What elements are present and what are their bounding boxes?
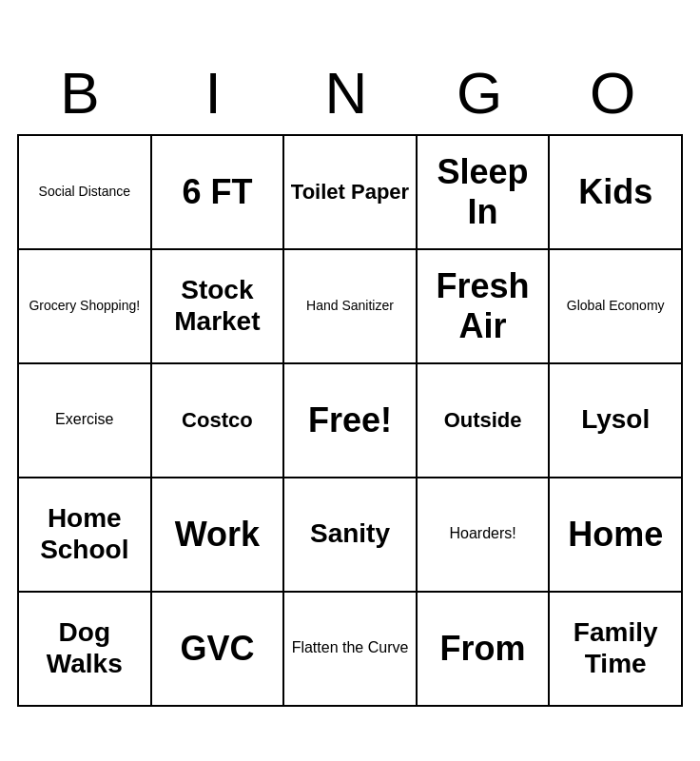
bingo-cell-r2-c4: Lysol [550,364,683,478]
bingo-cell-r2-c3: Outside [418,364,551,478]
bingo-letter-N: N [283,55,417,134]
bingo-header: BINGO [17,55,683,134]
bingo-cell-r3-c4: Home [550,478,683,593]
bingo-grid: Social Distance6 FTToilet PaperSleep InK… [17,134,683,707]
bingo-letter-O: O [550,55,683,134]
bingo-letter-I: I [150,55,283,134]
bingo-cell-r2-c0: Exercise [19,364,152,478]
bingo-cell-r1-c4: Global Economy [550,250,683,364]
bingo-cell-r1-c1: Stock Market [152,250,285,364]
bingo-cell-r3-c3: Hoarders! [418,478,551,593]
bingo-cell-r4-c1: GVC [152,593,285,707]
bingo-cell-r4-c0: Dog Walks [19,593,152,707]
bingo-letter-B: B [17,55,150,134]
bingo-cell-r3-c0: Home School [19,478,152,593]
bingo-cell-r4-c4: Family Time [550,593,683,707]
bingo-cell-r1-c3: Fresh Air [418,250,551,364]
bingo-cell-r1-c0: Grocery Shopping! [19,250,152,364]
bingo-cell-r0-c2: Toilet Paper [284,136,418,250]
bingo-cell-r0-c1: 6 FT [152,136,285,250]
bingo-cell-r3-c2: Sanity [284,478,418,593]
bingo-card: BINGO Social Distance6 FTToilet PaperSle… [17,55,683,707]
bingo-cell-r3-c1: Work [152,478,285,593]
bingo-cell-r0-c0: Social Distance [19,136,152,250]
bingo-cell-r4-c2: Flatten the Curve [284,593,418,707]
bingo-cell-r2-c1: Costco [152,364,285,478]
bingo-cell-r0-c4: Kids [550,136,683,250]
bingo-cell-r2-c2: Free! [284,364,418,478]
bingo-cell-r4-c3: From [418,593,551,707]
bingo-cell-r1-c2: Hand Sanitizer [284,250,418,364]
bingo-letter-G: G [417,55,550,134]
bingo-cell-r0-c3: Sleep In [418,136,551,250]
